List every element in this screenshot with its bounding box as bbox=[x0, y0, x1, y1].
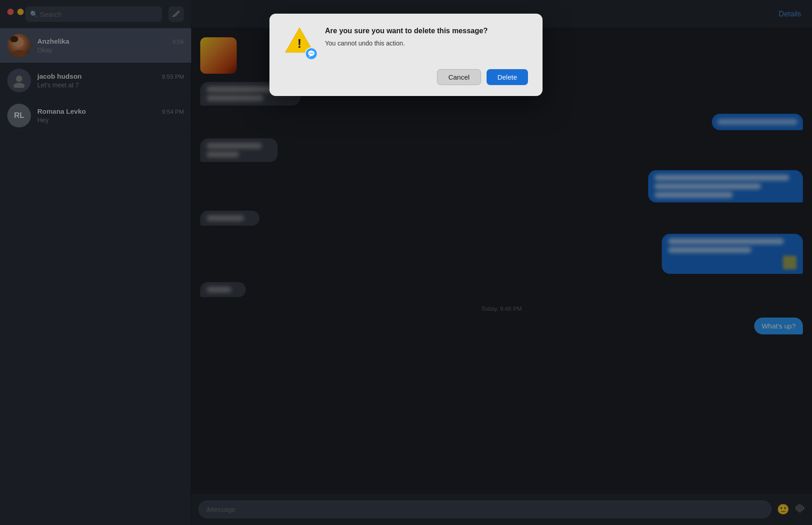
svg-text:!: ! bbox=[297, 36, 301, 50]
dialog-box: ! Are you sure you want to delete this m… bbox=[269, 14, 543, 96]
cancel-button[interactable]: Cancel bbox=[437, 69, 481, 85]
dialog-overlay: ! Are you sure you want to delete this m… bbox=[0, 0, 812, 525]
dialog-title: Are you sure you want to delete this mes… bbox=[325, 26, 528, 36]
svg-point-11 bbox=[311, 53, 312, 54]
dialog-buttons: Cancel Delete bbox=[284, 69, 528, 85]
dialog-icon-wrap: ! bbox=[284, 26, 316, 58]
svg-point-10 bbox=[310, 53, 310, 54]
delete-button[interactable]: Delete bbox=[487, 69, 528, 85]
dialog-subtitle: You cannot undo this action. bbox=[325, 40, 528, 47]
svg-point-12 bbox=[312, 53, 313, 54]
dialog-text: Are you sure you want to delete this mes… bbox=[325, 26, 528, 47]
imessage-badge bbox=[305, 47, 318, 60]
dialog-content: ! Are you sure you want to delete this m… bbox=[284, 26, 528, 58]
